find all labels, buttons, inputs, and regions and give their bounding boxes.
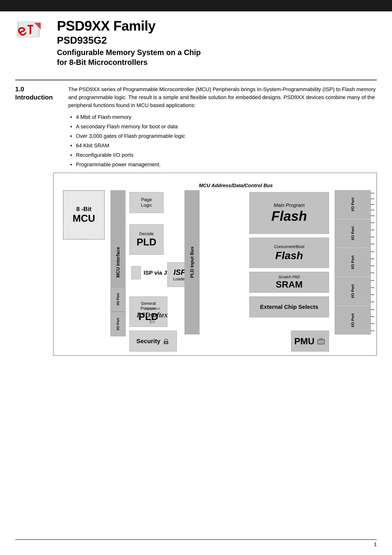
list-item: 64 Kbit SRAM bbox=[70, 142, 377, 150]
io-port-block-3: I/O Port bbox=[335, 248, 371, 277]
pmu-text: PMU bbox=[294, 336, 315, 346]
svg-point-6 bbox=[166, 342, 167, 343]
intro-content: The PSD9XX series of Programmable Microc… bbox=[68, 85, 377, 170]
lock-icon bbox=[162, 337, 170, 345]
pld-input-text: PLD Input Bus bbox=[189, 247, 195, 278]
io-port-left-text-2: I/O Port bbox=[116, 318, 120, 330]
list-item: Reconfigurable I/O ports bbox=[70, 151, 377, 159]
intro-paragraph: The PSD9XX series of Programmable Microc… bbox=[68, 85, 377, 109]
section-number: 1.0 bbox=[15, 85, 68, 93]
pmu-block: PMU bbox=[291, 331, 329, 351]
header-content: PSD9XX Family PSD935G2 Configurable Memo… bbox=[0, 13, 392, 73]
mcu-main-text: MCU bbox=[73, 212, 95, 224]
loader-label-text: Loader bbox=[173, 277, 186, 281]
svg-rect-9 bbox=[318, 340, 324, 343]
flash-medium-text: Flash bbox=[275, 249, 303, 262]
product-family-title: PSD9XX Family bbox=[57, 19, 377, 33]
st-logo-icon bbox=[15, 19, 42, 40]
jtag-connector-box bbox=[131, 266, 141, 279]
psd-logo-text: PSDsoftex bbox=[137, 311, 168, 319]
io-connectors-2 bbox=[370, 219, 374, 247]
list-item: 4 Mbit of Flash memory bbox=[70, 113, 377, 121]
diagram-main-area: Page Logic Decode PLD Main Program Flash… bbox=[128, 190, 331, 350]
flash-large-text: Flash bbox=[271, 208, 307, 224]
mcu-top-text: 8 -Bit bbox=[76, 206, 91, 212]
main-program-label: Main Program bbox=[274, 202, 305, 208]
sram-large-text: SRAM bbox=[276, 279, 302, 290]
decode-label: Decode bbox=[139, 231, 154, 236]
io-port-text-1: I/O Port bbox=[351, 197, 355, 211]
boot-flash-block: Concurrent/Boot Flash bbox=[249, 238, 329, 268]
io-port-text-2: I/O Port bbox=[351, 226, 355, 240]
pld-large-text: PLD bbox=[137, 236, 156, 248]
psd-supported-text: Supported bbox=[144, 307, 160, 311]
io-ports-left: I/O Port I/O Port bbox=[110, 287, 126, 336]
io-port-left-text-1: I/O Port bbox=[116, 293, 120, 305]
io-port-text-5: I/O Port bbox=[351, 313, 355, 327]
ext-chip-text: External Chip Selects bbox=[260, 304, 318, 310]
security-block: Security bbox=[129, 331, 177, 351]
pld-input-col: PLD Input Bus bbox=[184, 190, 200, 335]
svg-rect-8 bbox=[319, 338, 323, 340]
security-text: Security bbox=[136, 338, 160, 345]
section-divider bbox=[15, 80, 377, 80]
section-title: Introduction bbox=[15, 94, 68, 101]
feature-list: 4 Mbit of Flash memory A secondary Flash… bbox=[68, 113, 377, 168]
product-description: Configurable Memory System on a Chip for… bbox=[57, 47, 377, 67]
main-flash-block: Main Program Flash bbox=[249, 192, 329, 234]
io-connectors-5 bbox=[370, 306, 374, 334]
page-number: 1 bbox=[374, 541, 377, 548]
io-port-left-block-2: I/O Port bbox=[110, 312, 126, 336]
isp-italic-text: ISP bbox=[174, 268, 186, 277]
product-number: PSD935G2 bbox=[57, 35, 377, 46]
io-connectors-3 bbox=[370, 248, 374, 276]
io-port-block-2: I/O Port bbox=[335, 219, 371, 248]
bottom-divider bbox=[15, 540, 377, 540]
io-ports-right: I/O Port I/O Port I/O bbox=[335, 190, 371, 335]
intro-section: 1.0 Introduction The PSD9XX series of Pr… bbox=[15, 85, 377, 170]
bus-label: MCU Address/Data/Control Bus bbox=[139, 183, 333, 189]
pmu-icon bbox=[316, 336, 326, 346]
io-connectors-4 bbox=[370, 277, 374, 305]
io-port-text-4: I/O Port bbox=[351, 284, 355, 298]
header-bar bbox=[0, 0, 392, 11]
page-logic-block: Page Logic bbox=[129, 192, 164, 213]
intro-label: 1.0 Introduction bbox=[15, 85, 68, 170]
list-item: Programmable power management. bbox=[70, 161, 377, 168]
io-port-block-1: I/O Port bbox=[335, 190, 371, 219]
mcu-interface-text: MCU Interface bbox=[115, 247, 121, 278]
io-port-block-5: I/O Port bbox=[335, 306, 371, 335]
diagram-container: MCU Address/Data/Control Bus 8 -Bit MCU … bbox=[53, 173, 377, 356]
sram-block: Scratch PAD SRAM bbox=[249, 272, 329, 293]
scratch-pad-label: Scratch PAD bbox=[279, 275, 300, 279]
io-port-block-4: I/O Port bbox=[335, 277, 371, 305]
psd-logo-area: Supported PSDsoftex Ex bbox=[133, 304, 171, 327]
decode-pld-block: Decode PLD bbox=[129, 224, 164, 255]
io-port-left-block-1: I/O Port bbox=[110, 287, 126, 312]
concurrent-label: Concurrent/Boot bbox=[274, 244, 304, 249]
title-area: PSD9XX Family PSD935G2 Configurable Memo… bbox=[57, 19, 377, 67]
io-connectors-1 bbox=[370, 190, 374, 219]
list-item: Over 3,000 gates of Flash programmable l… bbox=[70, 132, 377, 140]
psd-ex-text: Ex bbox=[150, 319, 155, 324]
logo-area bbox=[15, 19, 42, 41]
io-port-text-3: I/O Port bbox=[351, 256, 355, 269]
list-item: A secondary Flash memory for boot or dat… bbox=[70, 123, 377, 131]
ext-chip-selects-block: External Chip Selects bbox=[249, 297, 329, 317]
mcu-block: 8 -Bit MCU bbox=[63, 190, 105, 240]
diagram-inner: MCU Address/Data/Control Bus 8 -Bit MCU … bbox=[59, 179, 371, 350]
page-logic-text: Page Logic bbox=[141, 197, 152, 208]
